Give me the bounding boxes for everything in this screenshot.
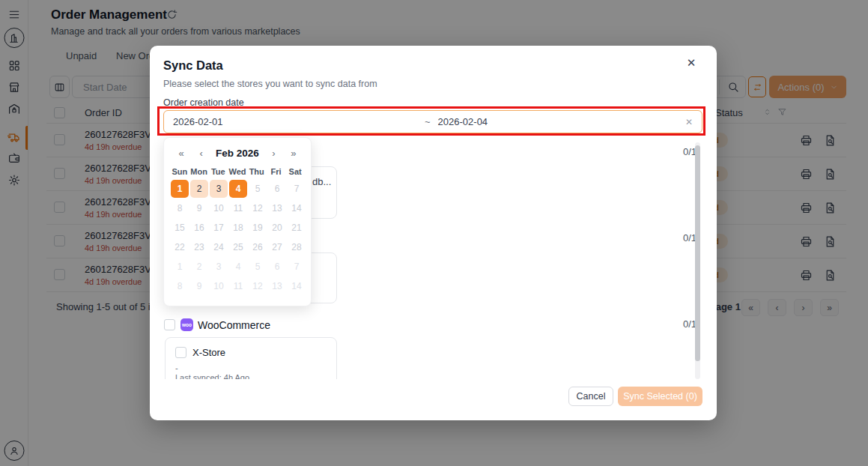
calendar-day: 19 <box>249 219 267 237</box>
date-range-input[interactable]: 2026-02-01 ~ 2026-02-04 ✕ <box>163 110 702 133</box>
calendar-day: 14 <box>288 199 306 217</box>
weekday-label: Wed <box>228 167 247 176</box>
sync-data-modal: Sync Data ✕ Please select the stores you… <box>150 46 717 420</box>
calendar-month-label[interactable]: Feb 2026 <box>216 148 259 159</box>
calendar-day: 5 <box>249 258 267 276</box>
calendar-day: 15 <box>171 219 189 237</box>
weekday-label: Sat <box>285 167 305 176</box>
weekday-label: Thu <box>247 167 267 176</box>
calendar-day: 23 <box>190 238 208 256</box>
calendar-weekdays: SunMonTueWedThuFriSat <box>170 167 305 176</box>
calendar-day: 12 <box>249 199 267 217</box>
marketplace-name: WooCommerce <box>198 319 270 331</box>
calendar-day: 11 <box>229 199 247 217</box>
calendar-day: 13 <box>268 277 286 295</box>
store-checkbox[interactable] <box>175 347 186 358</box>
calendar-day: 24 <box>210 238 228 256</box>
cancel-button[interactable]: Cancel <box>568 387 613 406</box>
calendar-day: 10 <box>210 277 228 295</box>
calendar-day: 9 <box>190 277 208 295</box>
calendar-day: 14 <box>288 277 306 295</box>
woocommerce-icon: woo <box>180 318 193 331</box>
calendar-day[interactable]: 4 <box>229 180 247 198</box>
calendar-day: 1 <box>171 258 189 276</box>
weekday-label: Sun <box>170 167 189 176</box>
calendar-day: 3 <box>210 258 228 276</box>
calendar-day: 17 <box>210 219 228 237</box>
scrollbar-thumb[interactable] <box>695 145 700 361</box>
calendar-day: 2 <box>190 258 208 276</box>
calendar-day: 6 <box>268 180 286 198</box>
calendar-day: 5 <box>249 180 267 198</box>
calendar-day: 9 <box>190 199 208 217</box>
calendar-day: 7 <box>288 180 306 198</box>
store-detail: - <box>175 363 178 372</box>
calendar-day: 6 <box>268 258 286 276</box>
clear-date-icon[interactable]: ✕ <box>685 117 693 127</box>
date-range-label: Order creation date <box>163 97 244 108</box>
sync-selected-button[interactable]: Sync Selected (0) <box>618 387 702 406</box>
calendar-day: 8 <box>171 199 189 217</box>
calendar-day: 16 <box>190 219 208 237</box>
calendar-grid: 1234567891011121314151617181920212223242… <box>170 179 306 296</box>
close-icon[interactable]: ✕ <box>683 56 699 73</box>
weekday-label: Mon <box>189 167 209 176</box>
calendar-day: 22 <box>171 238 189 256</box>
calendar-day: 21 <box>288 219 306 237</box>
section-count: 0/1 <box>667 146 696 157</box>
weekday-label: Tue <box>208 167 228 176</box>
calendar-day[interactable]: 3 <box>210 180 228 198</box>
next-year-button[interactable]: » <box>288 148 299 159</box>
calendar-day: 28 <box>288 238 306 256</box>
store-card-x-store[interactable]: X-Store - Last synced: 4h Ago <box>165 337 337 379</box>
calendar-day: 12 <box>249 277 267 295</box>
weekday-label: Fri <box>267 167 286 176</box>
calendar-day: 4 <box>229 258 247 276</box>
calendar-day: 18 <box>229 219 247 237</box>
modal-subtitle: Please select the stores you want to syn… <box>163 79 377 89</box>
section-count: 0/1 <box>667 318 696 330</box>
section-count: 0/1 <box>667 232 696 243</box>
store-name: X-Store <box>192 347 225 358</box>
calendar-day: 13 <box>268 199 286 217</box>
calendar-day: 7 <box>288 258 306 276</box>
calendar-day: 11 <box>229 277 247 295</box>
next-month-button[interactable]: › <box>268 148 279 159</box>
calendar-day: 26 <box>249 238 267 256</box>
calendar-day: 27 <box>268 238 286 256</box>
marketplace-checkbox[interactable] <box>164 319 175 330</box>
start-date-value[interactable]: 2026-02-01 <box>173 116 425 127</box>
date-separator: ~ <box>425 116 431 127</box>
prev-month-button[interactable]: ‹ <box>196 148 207 159</box>
calendar-day: 8 <box>171 277 189 295</box>
store-name-fragment: db... <box>312 176 331 187</box>
modal-title: Sync Data <box>163 58 223 73</box>
last-synced-label: Last synced: 4h Ago <box>175 373 249 379</box>
calendar-day[interactable]: 1 <box>171 180 189 198</box>
calendar-day: 20 <box>268 219 286 237</box>
calendar-day[interactable]: 2 <box>190 180 208 198</box>
calendar-day: 10 <box>210 199 228 217</box>
calendar-day: 25 <box>229 238 247 256</box>
modal-scrollbar[interactable] <box>695 142 700 379</box>
prev-year-button[interactable]: « <box>176 148 186 159</box>
calendar-popup: « ‹ Feb 2026 › » SunMonTueWedThuFriSat 1… <box>163 137 312 306</box>
end-date-value[interactable]: 2026-02-04 <box>438 116 488 127</box>
